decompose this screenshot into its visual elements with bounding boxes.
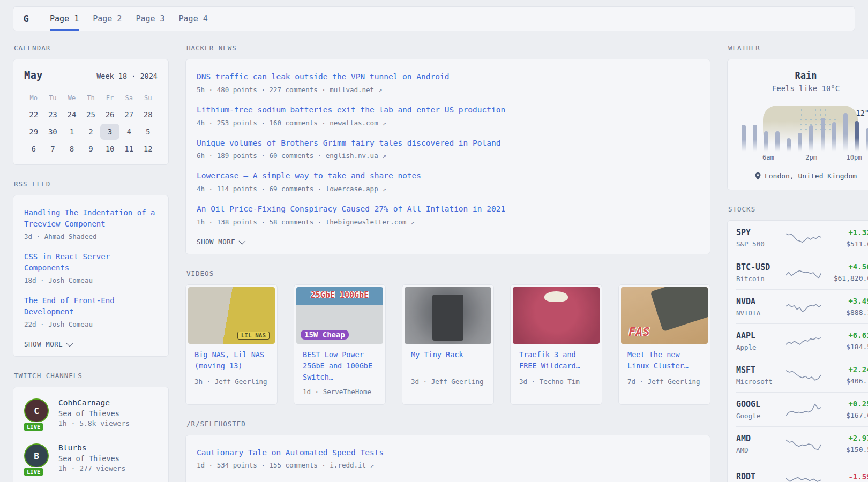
video-thumbnail[interactable]: [405, 287, 491, 344]
hn-item-meta: 4h · 114 points · 69 comments · lowercas…: [197, 185, 699, 193]
reddit-item-link[interactable]: Showcase of my Mixed Reality Interface f…: [197, 480, 699, 482]
channel-viewers: 1h · 277 viewers: [58, 464, 125, 472]
weather-bar: [775, 131, 780, 152]
hn-item-link[interactable]: Unique volumes of Brothers Grimm fairy t…: [197, 138, 699, 149]
stock-change: +6.63%: [821, 331, 868, 340]
chevron-down-icon: [239, 237, 246, 244]
reddit-card: Cautionary Tale on Automated Speed Tests…: [185, 435, 710, 482]
stock-row[interactable]: SPY S&P 500 +1.32% $511.69: [736, 221, 868, 255]
hn-item-meta-text: 4h · 114 points · 69 comments · lowercas…: [197, 185, 378, 193]
video-thumbnail[interactable]: 25GbE 100GbE 15W Cheap: [296, 287, 383, 344]
thumbnail-badge: 25GbE 100GbE: [296, 290, 383, 300]
video-card[interactable]: My Tiny Rack 3d · Jeff Geerling: [402, 284, 494, 405]
stock-row[interactable]: RDDT -1.59%: [736, 461, 868, 482]
weather-bar-chart: [742, 104, 868, 152]
external-link-icon: ↗: [370, 461, 375, 469]
stock-price: $888.12: [821, 308, 868, 317]
stock-row[interactable]: BTC-USD Bitcoin +4.56% $61,820.02: [736, 255, 868, 289]
twitch-channel-row[interactable]: C LIVE CohhCarnage Sea of Thieves 1h · 5…: [24, 390, 158, 435]
stock-name: S&P 500: [736, 240, 786, 248]
tab-page-1[interactable]: Page 1: [50, 7, 79, 31]
live-badge: LIVE: [23, 422, 44, 432]
top-navigation-bar: G Page 1 Page 2 Page 3 Page 4: [13, 6, 855, 31]
calendar-day: 10: [100, 141, 119, 157]
stock-row[interactable]: AMD AMD +2.97% $150.50: [736, 426, 868, 461]
video-thumbnail[interactable]: FAS: [621, 287, 708, 344]
hn-item-meta: 1h · 138 points · 58 comments · thebigne…: [197, 218, 699, 226]
hn-item-link[interactable]: Lithium-free sodium batteries exit the l…: [197, 104, 699, 116]
weekday-label: Tu: [43, 91, 63, 106]
calendar-day: 2: [81, 124, 101, 140]
weather-bar: [764, 131, 768, 152]
weekday-label: Su: [138, 91, 158, 106]
reddit-item-link[interactable]: Cautionary Tale on Automated Speed Tests: [197, 447, 699, 459]
video-card[interactable]: FAS Meet the new Linux Cluster… 7d · Jef…: [618, 284, 710, 405]
left-column: CALENDAR May Week 18 · 2024 Mo Tu We Th …: [13, 44, 169, 482]
video-title-link[interactable]: BEST Low Power 25GbE and 100GbE Switch…: [303, 349, 377, 383]
videos-section: VIDEOS LIL NAS Big NAS, Lil NAS (moving …: [185, 269, 710, 405]
weather-bar: [832, 122, 836, 152]
rss-item-link[interactable]: Handling The Indentation of a Treeview C…: [24, 207, 158, 230]
calendar-day: 6: [24, 141, 43, 157]
video-thumbnail[interactable]: [513, 287, 600, 344]
show-more-button[interactable]: SHOW MORE: [197, 238, 244, 246]
external-link-icon: ↗: [410, 218, 415, 226]
hn-item-link[interactable]: DNS traffic can leak outside the VPN tun…: [197, 71, 699, 83]
stock-change: +3.49%: [821, 297, 868, 305]
weather-location-text: London, United Kingdom: [765, 172, 857, 180]
video-meta: 7d · Jeff Geerling: [627, 378, 701, 386]
video-thumbnail[interactable]: LIL NAS: [188, 287, 275, 344]
middle-column: HACKER NEWS DNS traffic can leak outside…: [185, 44, 710, 482]
show-more-button[interactable]: SHOW MORE: [24, 340, 71, 348]
weekday-label: Sa: [119, 91, 139, 106]
time-tick: 6am: [762, 154, 774, 161]
show-more-label: SHOW MORE: [197, 238, 235, 246]
stock-sparkline: [786, 332, 821, 350]
reddit-item-meta: 1d · 534 points · 155 comments · i.redd.…: [197, 461, 699, 469]
video-title-link[interactable]: Big NAS, Lil NAS (moving 13): [194, 349, 268, 373]
stock-price: $184.51: [821, 343, 868, 351]
stock-row[interactable]: NVDA NVIDIA +3.49% $888.12: [736, 289, 868, 323]
calendar-section: CALENDAR May Week 18 · 2024 Mo Tu We Th …: [13, 44, 169, 165]
hn-item-link[interactable]: An Oil Price-Fixing Conspiracy Caused 27…: [197, 204, 699, 215]
external-link-icon: ↗: [378, 86, 383, 94]
channel-avatar: B: [24, 443, 49, 468]
weather-time-axis: 6am 2pm 10pm: [742, 154, 868, 163]
stock-price: $511.69: [821, 240, 868, 248]
twitch-channel-row[interactable]: B LIVE Blurbs Sea of Thieves 1h · 277 vi…: [24, 435, 158, 480]
video-title-link[interactable]: Meet the new Linux Cluster…: [627, 349, 701, 373]
show-more-label: SHOW MORE: [24, 340, 63, 348]
list-item: Lowercase – A simple way to take and sha…: [197, 163, 699, 196]
hn-item-meta-text: 1h · 138 points · 58 comments · thebigne…: [197, 218, 406, 226]
hn-item-link[interactable]: Lowercase – A simple way to take and sha…: [197, 170, 699, 182]
list-item: CSS in React Server Components 18d · Jos…: [24, 244, 158, 288]
twitch-channels-card: C LIVE CohhCarnage Sea of Thieves 1h · 5…: [13, 387, 169, 482]
rss-item-meta: 18d · Josh Comeau: [24, 276, 158, 284]
video-card[interactable]: LIL NAS Big NAS, Lil NAS (moving 13) 3h …: [185, 284, 278, 405]
hackernews-section: HACKER NEWS DNS traffic can leak outside…: [185, 44, 710, 254]
calendar-day: 7: [43, 141, 63, 157]
reddit-section: /R/SELFHOSTED Cautionary Tale on Automat…: [185, 420, 710, 482]
stock-price: $167.03: [821, 411, 868, 419]
weather-location: London, United Kingdom: [738, 172, 868, 180]
weather-bar: [855, 121, 859, 152]
stock-row[interactable]: GOOGL Google +0.25% $167.03: [736, 392, 868, 426]
video-card[interactable]: Traefik 3 and FREE Wildcard… 3d · Techno…: [510, 284, 602, 405]
video-title-link[interactable]: Traefik 3 and FREE Wildcard…: [519, 349, 593, 373]
channel-name: Blurbs: [58, 443, 125, 452]
tab-page-2[interactable]: Page 2: [93, 7, 122, 31]
rss-item-link[interactable]: The End of Front-End Development: [24, 295, 158, 318]
calendar-day: 29: [24, 124, 43, 140]
video-card[interactable]: 25GbE 100GbE 15W Cheap BEST Low Power 25…: [294, 284, 386, 405]
video-title-link[interactable]: My Tiny Rack: [411, 349, 485, 373]
list-item: Lithium-free sodium batteries exit the l…: [197, 97, 699, 130]
tab-page-4[interactable]: Page 4: [179, 7, 208, 31]
tab-page-3[interactable]: Page 3: [136, 7, 164, 31]
stocks-section: STOCKS SPY S&P 500 +1.32% $511.69 BTC-US: [727, 205, 868, 482]
stock-row[interactable]: MSFT Microsoft +2.24% $406.76: [736, 358, 868, 392]
location-pin-icon: [755, 172, 761, 180]
stock-row[interactable]: AAPL Apple +6.63% $184.51: [736, 323, 868, 358]
rss-section: RSS FEED Handling The Indentation of a T…: [13, 180, 169, 357]
weather-bar: [787, 138, 791, 152]
rss-item-link[interactable]: CSS in React Server Components: [24, 251, 158, 274]
